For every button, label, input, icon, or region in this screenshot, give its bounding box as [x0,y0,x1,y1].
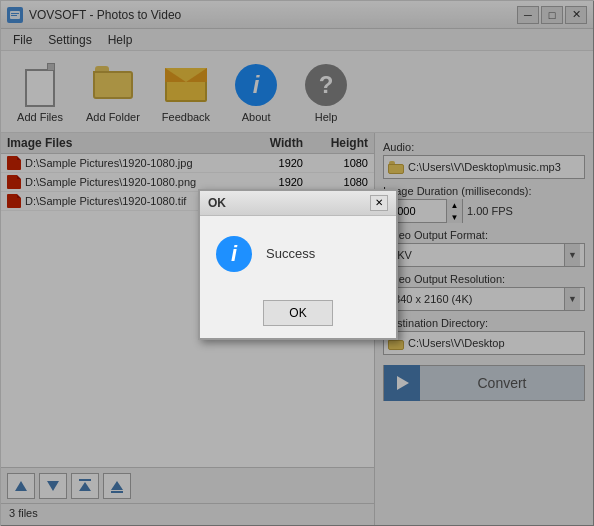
ok-button[interactable]: OK [263,300,333,326]
ok-dialog: OK ✕ i Success OK [198,189,398,340]
modal-title: OK [208,196,226,210]
modal-info-icon: i [216,236,252,272]
modal-message: Success [266,246,315,261]
modal-close-button[interactable]: ✕ [370,195,388,211]
modal-overlay: OK ✕ i Success OK [1,1,594,526]
